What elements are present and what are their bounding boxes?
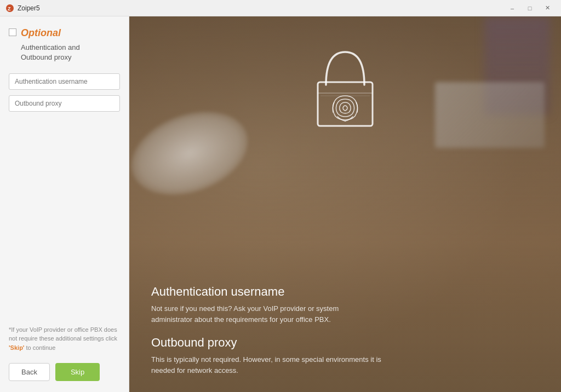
subtitle-line1: Authentication and (21, 43, 80, 51)
auth-username-input[interactable] (9, 73, 120, 90)
back-button[interactable]: Back (9, 363, 50, 381)
lock-icon (310, 41, 381, 134)
bg-mouse-decor (129, 97, 259, 210)
hint-text: *If your VoIP provider or office PBX doe… (9, 325, 120, 353)
titlebar: Z Zoiper5 – □ ✕ (0, 0, 561, 16)
optional-subtitle: Authentication and Outbound proxy (21, 43, 120, 62)
hint-suffix: to continue (24, 344, 55, 351)
content-area: Authentication username Not sure if you … (129, 16, 561, 392)
skip-button[interactable]: Skip (55, 363, 100, 381)
proxy-desc: This is typically not required. However,… (151, 354, 381, 376)
app-title: Zoiper5 (18, 4, 504, 12)
subtitle-line2: Outbound proxy (21, 53, 72, 61)
auth-desc: Not sure if you need this? Ask your VoIP… (151, 303, 381, 325)
hint-prefix: *If your VoIP provider or office PBX doe… (9, 326, 117, 342)
svg-text:Z: Z (8, 6, 11, 11)
svg-rect-2 (318, 82, 373, 126)
app-icon: Z (5, 4, 14, 13)
sidebar: Optional Authentication and Outbound pro… (0, 16, 129, 392)
text-overlay: Authentication username Not sure if you … (129, 274, 561, 392)
maximize-button[interactable]: □ (522, 0, 538, 16)
sidebar-buttons: Back Skip (9, 363, 120, 381)
optional-header: Optional (9, 27, 120, 39)
bg-laptop-decor (435, 82, 545, 148)
outbound-proxy-input[interactable] (9, 95, 120, 112)
minimize-button[interactable]: – (504, 0, 520, 16)
main-layout: Optional Authentication and Outbound pro… (0, 16, 561, 392)
close-button[interactable]: ✕ (539, 0, 556, 16)
optional-label: Optional (21, 27, 61, 39)
window-controls: – □ ✕ (504, 0, 556, 16)
hint-skip-word: 'Skip' (9, 344, 24, 351)
optional-checkbox[interactable] (9, 28, 16, 36)
proxy-title: Outbound proxy (151, 336, 539, 350)
lock-icon-container (307, 38, 383, 137)
auth-title: Authentication username (151, 285, 539, 299)
